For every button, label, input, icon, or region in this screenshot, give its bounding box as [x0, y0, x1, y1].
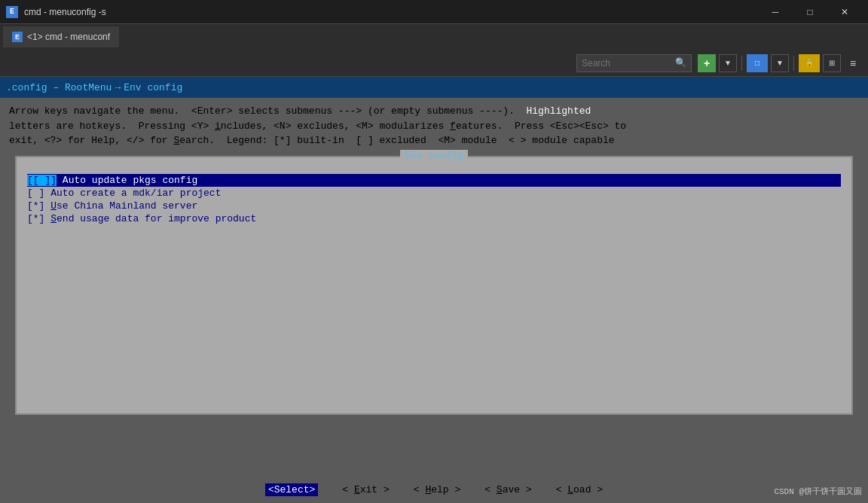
search-box[interactable]: 🔍	[576, 54, 692, 72]
lock-button[interactable]: 🔒	[799, 54, 820, 72]
menu-item-1-label: Auto update pkgs config	[63, 175, 197, 186]
button-bar: <Select> < Exit > < Help > < Save > < Lo…	[0, 476, 868, 503]
menu-item-3-label: Use China Mainland server	[50, 200, 197, 212]
breadcrumb-root[interactable]: .config – RootMenu	[6, 82, 112, 93]
dialog-title: Env config	[400, 150, 468, 161]
breadcrumb-arrow: →	[115, 82, 121, 93]
menu-item-4-label: Send usage data for improve product	[50, 213, 256, 224]
help-button[interactable]: < Help >	[414, 484, 460, 495]
tab-icon: E	[12, 32, 23, 42]
menu-item-2-prefix: [ ]	[27, 187, 44, 199]
search-icon: 🔍	[675, 57, 686, 69]
info-line3: exit, <?> for Help, </> for Search. Lege…	[9, 133, 859, 148]
exit-button[interactable]: < Exit >	[342, 484, 389, 495]
dialog-inner: [[ ]] Auto update pkgs config [ ] Auto c…	[24, 165, 844, 406]
toolbar: 🔍 + ▼ □ ▼ 🔒 ⊞ ≡	[0, 50, 868, 77]
menu-item-1[interactable]: [[ ]] Auto update pkgs config	[27, 174, 841, 187]
add-button[interactable]: +	[698, 54, 716, 72]
exit-rest: xit >	[360, 484, 390, 495]
separator2	[793, 56, 794, 71]
menu-button[interactable]: ≡	[844, 54, 862, 72]
select-key-label[interactable]: <Select>	[265, 483, 318, 496]
info-line2: letters are hotkeys. Pressing <Y> includ…	[9, 119, 859, 134]
dropdown-button[interactable]: ▼	[719, 54, 737, 72]
load-button[interactable]: < Load >	[556, 484, 603, 495]
watermark: CSDN @饼干饼干圆又圆	[774, 486, 862, 497]
breadcrumb-bar: .config – RootMenu → Env config	[0, 77, 868, 98]
tab-label: <1> cmd - menuconf	[27, 32, 110, 42]
separator	[741, 56, 742, 71]
menu-item-3[interactable]: [*] Use China Mainland server	[27, 200, 841, 212]
menu-item-4[interactable]: [*] Send usage data for improve product	[27, 212, 841, 225]
search-input[interactable]	[582, 58, 672, 69]
menu-item-3-prefix: [*]	[27, 200, 44, 212]
menu-item-1-bracket: [[ ]]	[27, 175, 57, 186]
info-line1: Arrow keys navigate the menu. <Enter> se…	[9, 104, 859, 119]
minimize-button[interactable]: ─	[758, 0, 793, 24]
dialog-box: Env config [[ ]] Auto update pkgs config…	[15, 156, 853, 415]
monitor-button[interactable]: □	[747, 54, 768, 72]
monitor2-button[interactable]: ⊞	[823, 54, 841, 72]
maximize-button[interactable]: □	[793, 0, 827, 24]
tab-cmd-menuconf[interactable]: E <1> cmd - menuconf	[3, 26, 119, 47]
terminal-area: Arrow keys navigate the menu. <Enter> se…	[0, 98, 868, 503]
menu-item-2[interactable]: [ ] Auto create a mdk/iar project	[27, 187, 841, 200]
title-bar-text: cmd - menuconfig -s	[24, 7, 106, 17]
info-text: Arrow keys navigate the menu. <Enter> se…	[9, 104, 859, 148]
app-icon: E	[6, 6, 18, 18]
select-button[interactable]: <Select>	[265, 484, 318, 495]
tab-bar: E <1> cmd - menuconf	[0, 24, 868, 50]
close-button[interactable]: ✕	[827, 0, 862, 24]
menu-item-4-prefix: [*]	[27, 213, 44, 224]
dropdown2-button[interactable]: ▼	[771, 54, 789, 72]
exit-label: <	[342, 484, 354, 495]
save-button[interactable]: < Save >	[484, 484, 531, 495]
window-controls: ─ □ ✕	[758, 0, 862, 24]
title-bar: E cmd - menuconfig -s ─ □ ✕	[0, 0, 868, 24]
menu-item-2-label: Auto create a mdk/iar project	[50, 187, 221, 199]
exit-e: E	[354, 484, 360, 495]
breadcrumb-current: Env config	[124, 82, 182, 93]
